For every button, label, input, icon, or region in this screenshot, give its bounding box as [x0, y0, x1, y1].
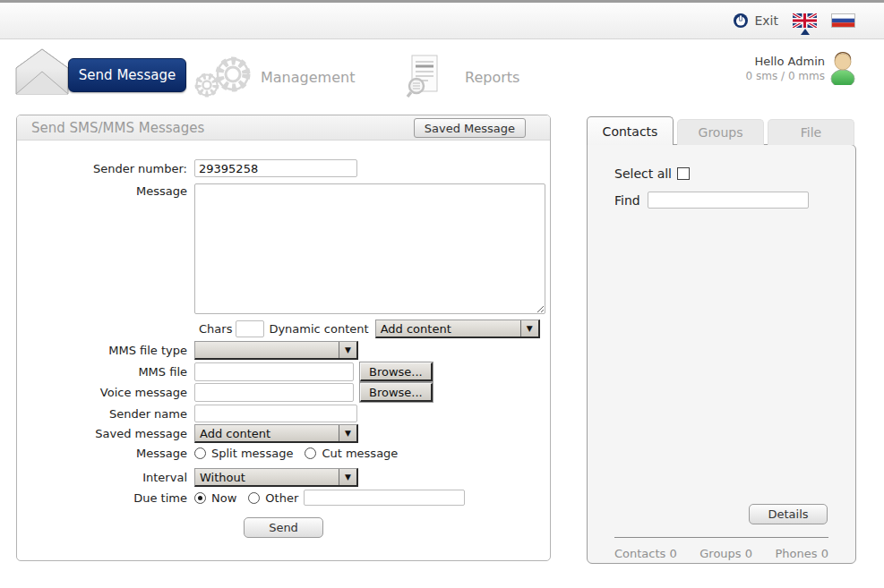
chars-label: Chars	[199, 322, 232, 336]
ru-flag-icon	[831, 13, 855, 28]
due-time-label: Due time	[28, 491, 187, 505]
contacts-panel-content: Select all Find	[588, 145, 855, 209]
send-panel-title: Send SMS/MMS Messages	[31, 120, 204, 136]
user-info: Hello Admin 0 sms / 0 mms	[746, 55, 825, 82]
message-textarea[interactable]	[194, 183, 545, 314]
interval-row: Interval Without ▼	[17, 468, 550, 487]
footer-contacts-count: Contacts 0	[614, 547, 677, 560]
split-message-radio[interactable]	[194, 447, 206, 459]
due-other-label: Other	[265, 491, 298, 505]
split-message-option[interactable]: Split message	[194, 447, 293, 460]
sender-name-row: Sender name	[17, 405, 550, 422]
interval-select[interactable]: Without ▼	[194, 468, 358, 487]
message-options-label: Message	[28, 447, 187, 460]
nav-reports[interactable]: Reports	[465, 69, 519, 86]
send-button[interactable]: Send	[244, 517, 323, 538]
send-panel-header: Send SMS/MMS Messages Saved Message	[17, 115, 550, 141]
interval-value: Without	[195, 471, 339, 484]
message-options-row: Message Split message Cut message	[17, 447, 550, 460]
dynamic-content-label: Dynamic content	[269, 322, 368, 336]
app-window: Exit	[0, 0, 884, 588]
main-navigation: Send Message Management R	[0, 39, 884, 107]
mms-file-type-select[interactable]: ▼	[194, 341, 358, 360]
sender-name-input[interactable]	[194, 405, 357, 422]
contacts-footer: Contacts 0 Groups 0 Phones 0	[614, 547, 828, 560]
chevron-down-icon: ▼	[520, 320, 538, 337]
due-now-label: Now	[211, 491, 236, 505]
language-russian[interactable]	[831, 13, 855, 28]
user-avatar-icon	[828, 51, 857, 85]
contacts-tabs: Contacts Groups File	[587, 116, 854, 145]
mms-file-type-label: MMS file type	[28, 344, 187, 357]
power-icon	[733, 13, 749, 29]
footer-divider	[614, 537, 828, 538]
chevron-down-icon: ▼	[339, 342, 356, 358]
find-row: Find	[614, 192, 828, 209]
interval-label: Interval	[28, 471, 187, 484]
chars-row: Chars Dynamic content Add content ▼	[17, 320, 550, 338]
footer-phones-count: Phones 0	[776, 547, 828, 560]
find-input[interactable]	[648, 192, 809, 209]
voice-message-label: Voice message	[28, 386, 187, 399]
mms-file-label: MMS file	[28, 365, 187, 379]
nav-management[interactable]: Management	[261, 69, 355, 86]
user-quota: 0 sms / 0 mms	[746, 70, 825, 82]
chars-input[interactable]	[236, 320, 264, 337]
cut-message-radio[interactable]	[305, 447, 316, 459]
due-time-row: Due time Now Other	[17, 490, 550, 506]
top-bar: Exit	[0, 3, 884, 39]
send-button-row: Send	[17, 517, 550, 538]
due-other-option[interactable]: Other	[248, 491, 298, 505]
due-time-input[interactable]	[304, 490, 465, 506]
saved-message-label: Saved message	[28, 427, 187, 440]
footer-groups-count: Groups 0	[699, 547, 752, 560]
due-now-radio[interactable]	[194, 492, 206, 504]
select-all-row: Select all	[614, 166, 828, 181]
tab-groups[interactable]: Groups	[677, 119, 764, 145]
cut-message-label: Cut message	[322, 447, 398, 460]
saved-message-row: Saved message Add content ▼	[17, 424, 550, 443]
voice-message-input[interactable]	[194, 383, 354, 402]
due-other-radio[interactable]	[248, 492, 260, 504]
tab-contacts[interactable]: Contacts	[587, 116, 674, 145]
voice-message-row: Voice message Browse...	[17, 383, 550, 402]
details-button[interactable]: Details	[749, 504, 828, 524]
mms-file-input[interactable]	[194, 362, 354, 381]
uk-flag-icon	[793, 13, 817, 28]
exit-button[interactable]: Exit	[733, 13, 778, 29]
mms-file-row: MMS file Browse...	[17, 362, 550, 381]
select-all-label: Select all	[614, 166, 672, 181]
find-label: Find	[614, 193, 640, 208]
dynamic-content-value: Add content	[376, 322, 520, 336]
send-message-form: Sender number: Message Chars Dynamic con…	[17, 141, 550, 538]
select-all-checkbox[interactable]	[677, 167, 690, 180]
sender-number-input[interactable]	[194, 159, 357, 177]
mms-file-browse-button[interactable]: Browse...	[360, 362, 433, 381]
saved-message-button[interactable]: Saved Message	[414, 118, 526, 138]
message-label: Message	[28, 183, 187, 198]
saved-message-select[interactable]: Add content ▼	[194, 424, 358, 443]
envelope-icon	[14, 47, 70, 97]
nav-send-message-button[interactable]: Send Message	[68, 58, 186, 92]
chevron-down-icon: ▼	[339, 425, 356, 441]
sender-number-row: Sender number:	[17, 159, 550, 177]
dynamic-content-select[interactable]: Add content ▼	[375, 320, 540, 338]
mms-file-type-row: MMS file type ▼	[17, 341, 550, 360]
gears-icon	[192, 52, 258, 100]
sender-number-label: Sender number:	[28, 162, 187, 175]
reports-icon	[405, 54, 439, 98]
voice-message-browse-button[interactable]: Browse...	[360, 383, 433, 402]
tab-file[interactable]: File	[768, 119, 854, 145]
user-greeting: Hello Admin	[746, 55, 825, 68]
saved-message-value: Add content	[195, 427, 339, 440]
selected-language-indicator	[801, 29, 810, 35]
message-row: Message	[17, 183, 550, 314]
send-message-panel: Send SMS/MMS Messages Saved Message Send…	[16, 115, 551, 561]
exit-label: Exit	[754, 13, 778, 28]
due-now-option[interactable]: Now	[194, 491, 236, 505]
chevron-down-icon: ▼	[339, 469, 356, 485]
sender-name-label: Sender name	[28, 407, 187, 421]
cut-message-option[interactable]: Cut message	[305, 447, 398, 460]
language-english[interactable]	[793, 13, 817, 28]
contacts-panel: Select all Find Details Contacts 0 Group…	[587, 144, 856, 564]
